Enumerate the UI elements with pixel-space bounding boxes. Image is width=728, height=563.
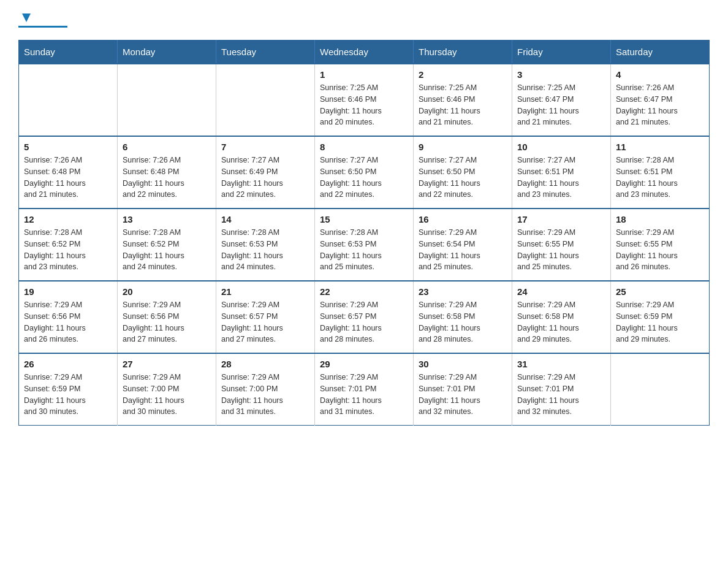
day-info: Sunrise: 7:26 AM Sunset: 6:47 PM Dayligh… bbox=[616, 82, 704, 128]
day-number: 8 bbox=[320, 142, 408, 152]
calendar-cell: 21Sunrise: 7:29 AM Sunset: 6:57 PM Dayli… bbox=[216, 281, 315, 353]
calendar-cell: 14Sunrise: 7:28 AM Sunset: 6:53 PM Dayli… bbox=[216, 209, 315, 281]
calendar-cell: 2Sunrise: 7:25 AM Sunset: 6:46 PM Daylig… bbox=[414, 64, 512, 136]
calendar-header-row: SundayMondayTuesdayWednesdayThursdayFrid… bbox=[19, 40, 710, 64]
day-number: 14 bbox=[221, 214, 309, 224]
calendar-cell: 26Sunrise: 7:29 AM Sunset: 6:59 PM Dayli… bbox=[19, 353, 118, 426]
calendar-week-row: 26Sunrise: 7:29 AM Sunset: 6:59 PM Dayli… bbox=[19, 353, 710, 426]
calendar-cell: 31Sunrise: 7:29 AM Sunset: 7:01 PM Dayli… bbox=[512, 353, 611, 426]
svg-marker-0 bbox=[22, 13, 31, 22]
day-number: 6 bbox=[123, 142, 211, 152]
day-number: 24 bbox=[517, 286, 605, 297]
day-number: 21 bbox=[221, 286, 309, 297]
day-number: 23 bbox=[419, 286, 507, 297]
day-number: 19 bbox=[24, 286, 112, 297]
logo bbox=[18, 12, 67, 28]
calendar-cell bbox=[611, 353, 710, 426]
calendar-cell: 25Sunrise: 7:29 AM Sunset: 6:59 PM Dayli… bbox=[611, 281, 710, 353]
day-of-week-header: Saturday bbox=[611, 40, 710, 64]
day-number: 28 bbox=[221, 359, 309, 369]
day-info: Sunrise: 7:29 AM Sunset: 7:01 PM Dayligh… bbox=[320, 372, 408, 418]
day-number: 17 bbox=[517, 214, 605, 224]
calendar-cell: 18Sunrise: 7:29 AM Sunset: 6:55 PM Dayli… bbox=[611, 209, 710, 281]
day-info: Sunrise: 7:29 AM Sunset: 7:00 PM Dayligh… bbox=[221, 372, 309, 418]
day-info: Sunrise: 7:27 AM Sunset: 6:50 PM Dayligh… bbox=[419, 155, 507, 201]
calendar-cell: 27Sunrise: 7:29 AM Sunset: 7:00 PM Dayli… bbox=[118, 353, 216, 426]
day-info: Sunrise: 7:28 AM Sunset: 6:52 PM Dayligh… bbox=[123, 227, 211, 273]
logo-arrow-icon bbox=[20, 11, 33, 25]
calendar-cell: 23Sunrise: 7:29 AM Sunset: 6:58 PM Dayli… bbox=[414, 281, 512, 353]
day-number: 3 bbox=[517, 69, 605, 80]
day-of-week-header: Wednesday bbox=[315, 40, 414, 64]
page-header bbox=[18, 12, 710, 28]
calendar-cell bbox=[216, 64, 315, 136]
calendar-cell bbox=[19, 64, 118, 136]
day-number: 22 bbox=[320, 286, 408, 297]
calendar-cell: 3Sunrise: 7:25 AM Sunset: 6:47 PM Daylig… bbox=[512, 64, 611, 136]
day-number: 10 bbox=[517, 142, 605, 152]
day-number: 13 bbox=[123, 214, 211, 224]
calendar-cell: 28Sunrise: 7:29 AM Sunset: 7:00 PM Dayli… bbox=[216, 353, 315, 426]
day-of-week-header: Monday bbox=[118, 40, 216, 64]
calendar-cell: 11Sunrise: 7:28 AM Sunset: 6:51 PM Dayli… bbox=[611, 136, 710, 209]
day-info: Sunrise: 7:27 AM Sunset: 6:50 PM Dayligh… bbox=[320, 155, 408, 201]
day-info: Sunrise: 7:29 AM Sunset: 6:57 PM Dayligh… bbox=[221, 299, 309, 345]
day-info: Sunrise: 7:28 AM Sunset: 6:53 PM Dayligh… bbox=[221, 227, 309, 273]
day-info: Sunrise: 7:29 AM Sunset: 7:01 PM Dayligh… bbox=[517, 372, 605, 418]
day-info: Sunrise: 7:27 AM Sunset: 6:51 PM Dayligh… bbox=[517, 155, 605, 201]
day-info: Sunrise: 7:28 AM Sunset: 6:52 PM Dayligh… bbox=[24, 227, 112, 273]
calendar-cell: 10Sunrise: 7:27 AM Sunset: 6:51 PM Dayli… bbox=[512, 136, 611, 209]
day-info: Sunrise: 7:29 AM Sunset: 6:59 PM Dayligh… bbox=[24, 372, 112, 418]
calendar-cell bbox=[118, 64, 216, 136]
day-info: Sunrise: 7:28 AM Sunset: 6:51 PM Dayligh… bbox=[616, 155, 704, 201]
day-info: Sunrise: 7:27 AM Sunset: 6:49 PM Dayligh… bbox=[221, 155, 309, 201]
calendar-week-row: 19Sunrise: 7:29 AM Sunset: 6:56 PM Dayli… bbox=[19, 281, 710, 353]
day-info: Sunrise: 7:29 AM Sunset: 7:01 PM Dayligh… bbox=[419, 372, 507, 418]
day-info: Sunrise: 7:29 AM Sunset: 6:58 PM Dayligh… bbox=[517, 299, 605, 345]
day-number: 7 bbox=[221, 142, 309, 152]
day-number: 31 bbox=[517, 359, 605, 369]
day-number: 29 bbox=[320, 359, 408, 369]
day-number: 15 bbox=[320, 214, 408, 224]
day-number: 20 bbox=[123, 286, 211, 297]
calendar-cell: 4Sunrise: 7:26 AM Sunset: 6:47 PM Daylig… bbox=[611, 64, 710, 136]
calendar-cell: 5Sunrise: 7:26 AM Sunset: 6:48 PM Daylig… bbox=[19, 136, 118, 209]
calendar-cell: 24Sunrise: 7:29 AM Sunset: 6:58 PM Dayli… bbox=[512, 281, 611, 353]
day-number: 25 bbox=[616, 286, 704, 297]
calendar-cell: 16Sunrise: 7:29 AM Sunset: 6:54 PM Dayli… bbox=[414, 209, 512, 281]
day-number: 5 bbox=[24, 142, 112, 152]
day-number: 27 bbox=[123, 359, 211, 369]
calendar-week-row: 5Sunrise: 7:26 AM Sunset: 6:48 PM Daylig… bbox=[19, 136, 710, 209]
day-info: Sunrise: 7:29 AM Sunset: 6:54 PM Dayligh… bbox=[419, 227, 507, 273]
day-of-week-header: Tuesday bbox=[216, 40, 315, 64]
day-of-week-header: Thursday bbox=[414, 40, 512, 64]
day-number: 11 bbox=[616, 142, 704, 152]
calendar-table: SundayMondayTuesdayWednesdayThursdayFrid… bbox=[18, 40, 710, 426]
calendar-cell: 7Sunrise: 7:27 AM Sunset: 6:49 PM Daylig… bbox=[216, 136, 315, 209]
calendar-cell: 9Sunrise: 7:27 AM Sunset: 6:50 PM Daylig… bbox=[414, 136, 512, 209]
day-number: 4 bbox=[616, 69, 704, 80]
day-of-week-header: Friday bbox=[512, 40, 611, 64]
calendar-cell: 8Sunrise: 7:27 AM Sunset: 6:50 PM Daylig… bbox=[315, 136, 414, 209]
day-info: Sunrise: 7:26 AM Sunset: 6:48 PM Dayligh… bbox=[24, 155, 112, 201]
day-number: 18 bbox=[616, 214, 704, 224]
calendar-week-row: 12Sunrise: 7:28 AM Sunset: 6:52 PM Dayli… bbox=[19, 209, 710, 281]
day-number: 12 bbox=[24, 214, 112, 224]
calendar-cell: 12Sunrise: 7:28 AM Sunset: 6:52 PM Dayli… bbox=[19, 209, 118, 281]
calendar-cell: 1Sunrise: 7:25 AM Sunset: 6:46 PM Daylig… bbox=[315, 64, 414, 136]
calendar-week-row: 1Sunrise: 7:25 AM Sunset: 6:46 PM Daylig… bbox=[19, 64, 710, 136]
day-of-week-header: Sunday bbox=[19, 40, 118, 64]
day-info: Sunrise: 7:26 AM Sunset: 6:48 PM Dayligh… bbox=[123, 155, 211, 201]
day-number: 1 bbox=[320, 69, 408, 80]
calendar-cell: 20Sunrise: 7:29 AM Sunset: 6:56 PM Dayli… bbox=[118, 281, 216, 353]
day-info: Sunrise: 7:29 AM Sunset: 6:56 PM Dayligh… bbox=[123, 299, 211, 345]
day-number: 9 bbox=[419, 142, 507, 152]
day-info: Sunrise: 7:29 AM Sunset: 6:55 PM Dayligh… bbox=[517, 227, 605, 273]
calendar-cell: 6Sunrise: 7:26 AM Sunset: 6:48 PM Daylig… bbox=[118, 136, 216, 209]
calendar-cell: 29Sunrise: 7:29 AM Sunset: 7:01 PM Dayli… bbox=[315, 353, 414, 426]
calendar-cell: 15Sunrise: 7:28 AM Sunset: 6:53 PM Dayli… bbox=[315, 209, 414, 281]
day-info: Sunrise: 7:25 AM Sunset: 6:46 PM Dayligh… bbox=[419, 82, 507, 128]
calendar-cell: 17Sunrise: 7:29 AM Sunset: 6:55 PM Dayli… bbox=[512, 209, 611, 281]
day-info: Sunrise: 7:29 AM Sunset: 6:57 PM Dayligh… bbox=[320, 299, 408, 345]
day-info: Sunrise: 7:29 AM Sunset: 7:00 PM Dayligh… bbox=[123, 372, 211, 418]
